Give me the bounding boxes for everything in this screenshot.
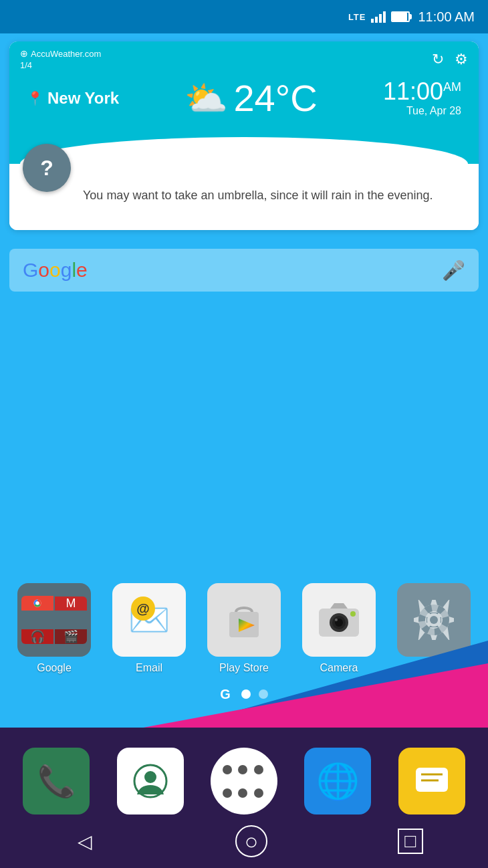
contacts-icon-bg: [117, 748, 184, 815]
phone-icon: 📞: [37, 763, 76, 799]
accu-label: AccuWeather.com: [20, 48, 101, 59]
battery-icon: [391, 11, 410, 22]
signal-bars: [371, 11, 386, 23]
phone-icon-bg: 📞: [23, 748, 90, 815]
app-dot: [223, 765, 232, 774]
weather-sun-cloud-icon: ⛅: [185, 81, 228, 116]
search-bar-container: Google 🎤: [9, 249, 479, 292]
weather-wave: [20, 137, 468, 164]
home-button[interactable]: ○: [235, 825, 267, 857]
weather-top: AccuWeather.com 1/4 ↻ ⚙ New York ⛅ 24°C …: [9, 41, 479, 164]
dock-browser[interactable]: 🌐: [304, 748, 371, 815]
refresh-icon[interactable]: ↻: [432, 51, 444, 68]
gmail-icon: M: [55, 596, 87, 611]
dock-contacts[interactable]: [117, 748, 184, 815]
mic-icon[interactable]: 🎤: [442, 259, 465, 282]
dock-apps[interactable]: [211, 748, 277, 815]
status-bar-icons: LTE 11:00 AM: [348, 9, 475, 25]
settings-icon[interactable]: ⚙: [455, 51, 468, 68]
svg-point-20: [144, 771, 156, 783]
messages-icon-bg: [398, 748, 465, 815]
google-search-bar[interactable]: Google 🎤: [9, 249, 479, 292]
status-time: 11:00 AM: [418, 9, 475, 25]
weather-time: 11:00AM: [383, 80, 461, 104]
dock-phone[interactable]: 📞: [23, 748, 90, 815]
app-dot: [238, 765, 247, 774]
weather-date: Tue, Apr 28: [383, 105, 461, 117]
weather-page-num: 1/4: [20, 60, 101, 70]
recent-button[interactable]: □: [398, 829, 423, 854]
chrome-icon: [21, 596, 53, 611]
app-dot: [254, 788, 263, 798]
lte-indicator: LTE: [348, 12, 366, 22]
app-dot: [223, 788, 232, 798]
svg-point-11: [350, 611, 356, 617]
svg-point-10: [335, 619, 338, 621]
svg-point-18: [430, 616, 438, 624]
weather-location: New York: [27, 89, 119, 108]
nav-bar: ◁ ○ □: [0, 815, 488, 868]
weather-widget: AccuWeather.com 1/4 ↻ ⚙ New York ⛅ 24°C …: [9, 41, 479, 230]
dock: 📞 🌐: [0, 748, 488, 815]
app-dot: [238, 788, 247, 798]
status-bar: LTE 11:00 AM: [0, 0, 488, 33]
browser-icon-bg: 🌐: [304, 748, 371, 815]
weather-message: You may want to take an umbrella, since …: [9, 163, 479, 230]
dock-messages[interactable]: [398, 748, 465, 815]
apps-icon-bg: [211, 748, 277, 815]
svg-point-1: [35, 601, 39, 605]
back-button[interactable]: ◁: [65, 821, 105, 861]
weather-question-icon[interactable]: ?: [23, 144, 71, 192]
google-logo: Google: [23, 259, 88, 282]
globe-icon: 🌐: [316, 761, 360, 802]
svg-marker-6: [330, 603, 348, 609]
email-at-symbol: @: [131, 596, 155, 621]
app-dot: [254, 765, 263, 774]
weather-datetime: 11:00AM Tue, Apr 28: [383, 80, 461, 117]
weather-temperature: 24°C: [233, 80, 317, 117]
